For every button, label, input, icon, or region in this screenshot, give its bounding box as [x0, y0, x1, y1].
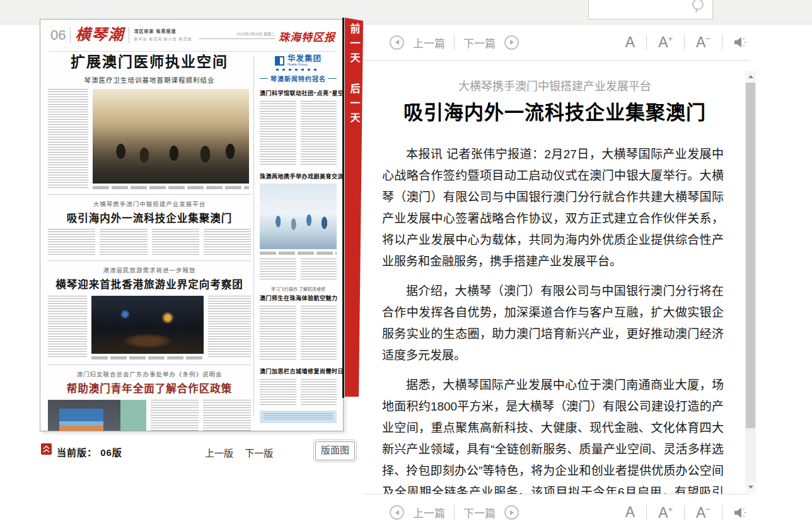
- prev-article-button[interactable]: 上一篇: [413, 35, 445, 50]
- divider: [48, 365, 251, 365]
- decorative-dots: [276, 69, 320, 71]
- story8-headline: 澳门加思栏古城墙修复尚需时日: [260, 367, 337, 375]
- paper-date: 2023年2月28日 星期二: [236, 31, 275, 37]
- read-aloud-icon[interactable]: [734, 507, 748, 518]
- photo-caption: [91, 356, 204, 359]
- text-stripes: [301, 306, 337, 361]
- paper-tagline-top: 湾区探索 每周报道: [134, 28, 192, 34]
- divider: [646, 505, 647, 520]
- current-page-value: 06版: [100, 447, 122, 458]
- text-stripes: [301, 379, 337, 406]
- next-article-icon[interactable]: [504, 35, 519, 50]
- next-article-button[interactable]: 下一篇: [463, 505, 496, 520]
- read-aloud-icon[interactable]: [734, 37, 748, 48]
- font-smaller-button[interactable]: A−: [696, 505, 710, 520]
- divider: [260, 78, 268, 79]
- lead-subheadline: 琴澳医疗卫生培训基地首期课程顺利结业: [48, 75, 251, 85]
- text-stripes: [199, 38, 275, 41]
- divider: [48, 194, 251, 195]
- scroll-up-button[interactable]: [745, 71, 756, 83]
- collapse-icon[interactable]: [41, 443, 52, 455]
- current-page-caption: 当前版：: [57, 447, 97, 458]
- article-body: 大横琴携手澳门中银搭建产业发展平台 吸引海内外一流科技企业集聚澳门 本报讯 记者…: [364, 61, 745, 494]
- text-stripes: [48, 229, 95, 255]
- next-article-button[interactable]: 下一篇: [463, 35, 496, 50]
- paper-right-section: 华发集团 Huafa Group 琴澳新闻特约冠名 澳门科学馆联动社团“点亮”星…: [260, 55, 337, 423]
- font-normal-button[interactable]: A: [625, 505, 635, 520]
- photo-briefing-room: [48, 400, 146, 431]
- article-title: 吸引海内外一流科技企业集聚澳门: [364, 100, 745, 126]
- paper-page-number: 06: [50, 26, 66, 45]
- divider: [48, 260, 251, 261]
- paper-masthead: 横琴潮: [75, 26, 124, 44]
- text-stripes: [260, 306, 296, 361]
- story5-headline: 澳门科学馆联动社团“点亮”星空: [260, 89, 337, 97]
- prev-article-icon[interactable]: [390, 35, 404, 50]
- text-stripes: [260, 379, 296, 406]
- story6-headline: 珠澳两地携手举办戏剧美育交流活动: [260, 172, 337, 180]
- scrollbar-thumb[interactable]: [746, 83, 755, 428]
- divider: [342, 18, 344, 398]
- story2-kicker: 大横琴携手澳门中银搭建产业发展平台: [48, 199, 251, 208]
- huafa-logo-icon: [275, 56, 284, 66]
- font-larger-button[interactable]: A+: [658, 505, 673, 520]
- search-input[interactable]: [588, 0, 713, 20]
- article-paragraph: 据悉，大横琴国际产业发展中心位于澳门南通商业大厦，场地面积约1800平方米，是大…: [382, 375, 724, 494]
- text-stripes: [264, 413, 333, 421]
- divider: [253, 56, 254, 416]
- search-icon[interactable]: [692, 0, 704, 10]
- font-smaller-button[interactable]: A−: [696, 35, 710, 50]
- text-stripes: [301, 259, 337, 280]
- newspaper-page-thumbnail[interactable]: 06 横琴潮 湾区探索 每周报道 新平台 新空间 新小志 新高地 2023年2月…: [40, 19, 344, 431]
- prev-day-button[interactable]: 前一天: [347, 23, 362, 67]
- text-stripes: [301, 101, 337, 166]
- story3-kicker: 港澳居民旅游需求将进一步释放: [48, 266, 251, 274]
- current-page-label: 当前版： 06版: [57, 445, 122, 458]
- lead-headline: 扩展澳门医师执业空间: [48, 54, 251, 71]
- paper-brand: 珠海特区报: [279, 28, 335, 44]
- next-page-link[interactable]: 下一版: [245, 448, 273, 458]
- prev-article-icon[interactable]: [390, 505, 404, 520]
- text-stripes: [152, 229, 199, 255]
- text-stripes: [208, 296, 251, 359]
- layout-map-button[interactable]: 版面图: [315, 441, 355, 460]
- text-stripes: [151, 400, 199, 431]
- paper-left-section: 扩展澳门医师执业空间 琴澳医疗卫生培训基地首期课程顺利结业 大横琴携手澳门中银搭…: [48, 54, 251, 431]
- divider: [684, 505, 685, 520]
- divider: [49, 51, 335, 52]
- article-kicker: 大横琴携手澳门中银搭建产业发展平台: [364, 78, 745, 95]
- photo-training-room: [93, 89, 249, 184]
- divider: [328, 78, 337, 79]
- sponsor-label: 琴澳新闻特约冠名: [270, 74, 326, 83]
- font-larger-button[interactable]: A+: [658, 35, 673, 50]
- prev-page-link[interactable]: 上一版: [205, 448, 233, 458]
- font-normal-button[interactable]: A: [625, 35, 635, 50]
- photo-dancers: [260, 184, 337, 249]
- paper-header: 06 横琴潮 湾区探索 每周报道 新平台 新空间 新小志 新高地 2023年2月…: [50, 26, 335, 51]
- text-stripes: [260, 259, 296, 280]
- sponsor-name: 华发集团: [287, 55, 322, 62]
- text-stripes: [48, 89, 88, 189]
- article-toolbar-top: 上一篇 下一篇 A A+ A−: [364, 25, 750, 61]
- story3-headline: 横琴迎来首批香港旅游业界定向考察团: [48, 276, 251, 291]
- story4-headline: 帮助澳门青年全面了解合作区政策: [48, 380, 251, 395]
- text-stripes: [48, 296, 87, 359]
- divider: [722, 35, 722, 50]
- story7-kicker: 学习飞行操作 了解机务维修: [260, 286, 337, 292]
- epaper-reader: 06 横琴潮 湾区探索 每周报道 新平台 新空间 新小志 新高地 2023年2月…: [0, 0, 812, 531]
- date-nav-tab: 前一天 后一天: [345, 18, 363, 397]
- scroll-down-button[interactable]: [745, 481, 756, 493]
- divider: [70, 27, 71, 44]
- next-article-icon[interactable]: [504, 505, 519, 520]
- paper-contact-box: [260, 411, 337, 423]
- divider: [454, 505, 455, 520]
- divider: [129, 27, 129, 44]
- prev-article-button[interactable]: 上一篇: [413, 505, 445, 520]
- next-day-button[interactable]: 后一天: [347, 83, 362, 127]
- divider: [646, 35, 647, 50]
- photo-caption: [260, 252, 337, 255]
- divider: [684, 35, 685, 50]
- photo-motor-show: [91, 296, 204, 354]
- text-stripes: [260, 101, 296, 166]
- photo-caption: [93, 186, 249, 189]
